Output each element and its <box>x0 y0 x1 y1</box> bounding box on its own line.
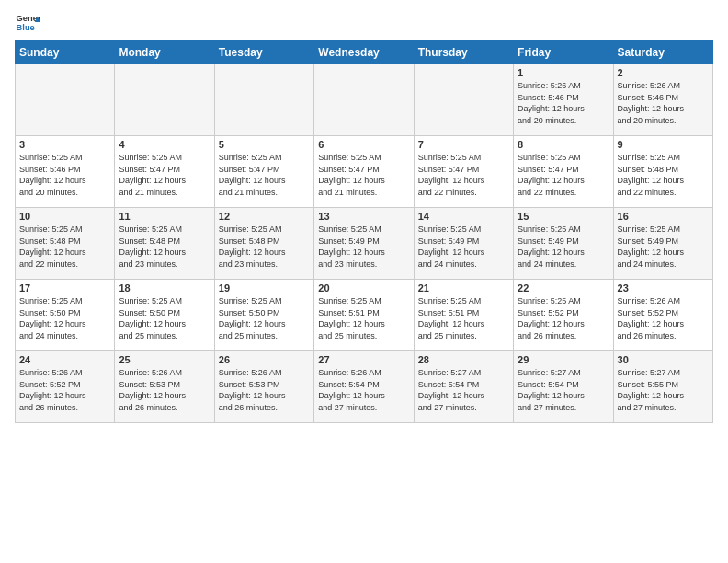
calendar-cell: 20Sunrise: 5:25 AM Sunset: 5:51 PM Dayli… <box>314 280 414 351</box>
calendar-cell <box>16 64 115 136</box>
calendar-cell: 21Sunrise: 5:25 AM Sunset: 5:51 PM Dayli… <box>414 280 513 351</box>
calendar-cell: 6Sunrise: 5:25 AM Sunset: 5:47 PM Daylig… <box>314 136 414 208</box>
day-info: Sunrise: 5:26 AM Sunset: 5:46 PM Dayligh… <box>618 80 709 126</box>
day-info: Sunrise: 5:25 AM Sunset: 5:48 PM Dayligh… <box>19 224 110 270</box>
day-info: Sunrise: 5:25 AM Sunset: 5:46 PM Dayligh… <box>19 152 110 198</box>
day-info: Sunrise: 5:25 AM Sunset: 5:51 PM Dayligh… <box>418 295 509 341</box>
day-number: 24 <box>19 354 110 365</box>
day-number: 28 <box>418 354 509 365</box>
day-info: Sunrise: 5:25 AM Sunset: 5:51 PM Dayligh… <box>318 295 409 341</box>
day-number: 10 <box>19 211 110 222</box>
calendar-cell: 12Sunrise: 5:25 AM Sunset: 5:48 PM Dayli… <box>214 208 313 280</box>
day-number: 18 <box>119 282 210 293</box>
day-number: 23 <box>618 282 709 293</box>
day-number: 14 <box>418 211 509 222</box>
calendar-cell: 8Sunrise: 5:25 AM Sunset: 5:47 PM Daylig… <box>514 136 613 208</box>
logo-icon: General Blue <box>15 9 40 35</box>
day-info: Sunrise: 5:26 AM Sunset: 5:53 PM Dayligh… <box>219 367 310 413</box>
day-info: Sunrise: 5:25 AM Sunset: 5:47 PM Dayligh… <box>119 152 210 198</box>
day-info: Sunrise: 5:26 AM Sunset: 5:46 PM Dayligh… <box>518 80 609 126</box>
calendar-table: SundayMondayTuesdayWednesdayThursdayFrid… <box>15 40 713 423</box>
calendar-header-thursday: Thursday <box>414 41 513 64</box>
day-number: 21 <box>418 282 509 293</box>
calendar-cell: 13Sunrise: 5:25 AM Sunset: 5:49 PM Dayli… <box>314 208 414 280</box>
day-info: Sunrise: 5:25 AM Sunset: 5:48 PM Dayligh… <box>119 224 210 270</box>
day-number: 15 <box>518 211 609 222</box>
day-number: 30 <box>618 354 709 365</box>
calendar-cell: 16Sunrise: 5:25 AM Sunset: 5:49 PM Dayli… <box>613 208 712 280</box>
calendar-cell: 18Sunrise: 5:25 AM Sunset: 5:50 PM Dayli… <box>115 280 214 351</box>
day-number: 11 <box>119 211 210 222</box>
day-number: 17 <box>19 282 110 293</box>
calendar-header-row: SundayMondayTuesdayWednesdayThursdayFrid… <box>16 41 713 64</box>
day-number: 1 <box>518 67 609 78</box>
calendar-cell: 4Sunrise: 5:25 AM Sunset: 5:47 PM Daylig… <box>115 136 214 208</box>
day-number: 3 <box>19 139 110 150</box>
calendar-cell: 10Sunrise: 5:25 AM Sunset: 5:48 PM Dayli… <box>16 208 115 280</box>
day-number: 29 <box>518 354 609 365</box>
calendar-header-wednesday: Wednesday <box>314 41 414 64</box>
day-info: Sunrise: 5:27 AM Sunset: 5:55 PM Dayligh… <box>618 367 709 413</box>
calendar-header-saturday: Saturday <box>613 41 712 64</box>
calendar-cell: 11Sunrise: 5:25 AM Sunset: 5:48 PM Dayli… <box>115 208 214 280</box>
calendar-cell: 27Sunrise: 5:26 AM Sunset: 5:54 PM Dayli… <box>314 351 414 423</box>
calendar-cell: 5Sunrise: 5:25 AM Sunset: 5:47 PM Daylig… <box>214 136 313 208</box>
calendar-week-2: 3Sunrise: 5:25 AM Sunset: 5:46 PM Daylig… <box>16 136 713 208</box>
day-info: Sunrise: 5:25 AM Sunset: 5:48 PM Dayligh… <box>618 152 709 198</box>
day-info: Sunrise: 5:25 AM Sunset: 5:47 PM Dayligh… <box>219 152 310 198</box>
day-info: Sunrise: 5:26 AM Sunset: 5:53 PM Dayligh… <box>119 367 210 413</box>
day-info: Sunrise: 5:25 AM Sunset: 5:48 PM Dayligh… <box>219 224 310 270</box>
calendar-week-4: 17Sunrise: 5:25 AM Sunset: 5:50 PM Dayli… <box>16 280 713 351</box>
calendar-cell: 24Sunrise: 5:26 AM Sunset: 5:52 PM Dayli… <box>16 351 115 423</box>
calendar-header-sunday: Sunday <box>16 41 115 64</box>
calendar-cell <box>414 64 513 136</box>
day-number: 25 <box>119 354 210 365</box>
calendar-week-1: 1Sunrise: 5:26 AM Sunset: 5:46 PM Daylig… <box>16 64 713 136</box>
day-number: 8 <box>518 139 609 150</box>
calendar-cell: 19Sunrise: 5:25 AM Sunset: 5:50 PM Dayli… <box>214 280 313 351</box>
calendar-week-5: 24Sunrise: 5:26 AM Sunset: 5:52 PM Dayli… <box>16 351 713 423</box>
day-info: Sunrise: 5:25 AM Sunset: 5:47 PM Dayligh… <box>518 152 609 198</box>
day-number: 7 <box>418 139 509 150</box>
day-info: Sunrise: 5:25 AM Sunset: 5:49 PM Dayligh… <box>418 224 509 270</box>
day-number: 19 <box>219 282 310 293</box>
day-number: 20 <box>318 282 409 293</box>
calendar-cell <box>314 64 414 136</box>
day-info: Sunrise: 5:26 AM Sunset: 5:54 PM Dayligh… <box>318 367 409 413</box>
day-info: Sunrise: 5:25 AM Sunset: 5:50 PM Dayligh… <box>119 295 210 341</box>
calendar-header-tuesday: Tuesday <box>214 41 313 64</box>
day-number: 4 <box>119 139 210 150</box>
calendar-cell: 29Sunrise: 5:27 AM Sunset: 5:54 PM Dayli… <box>514 351 613 423</box>
calendar-header-monday: Monday <box>115 41 214 64</box>
day-info: Sunrise: 5:25 AM Sunset: 5:49 PM Dayligh… <box>318 224 409 270</box>
day-number: 6 <box>318 139 409 150</box>
calendar-cell <box>214 64 313 136</box>
calendar-cell: 23Sunrise: 5:26 AM Sunset: 5:52 PM Dayli… <box>613 280 712 351</box>
day-number: 27 <box>318 354 409 365</box>
calendar-cell: 2Sunrise: 5:26 AM Sunset: 5:46 PM Daylig… <box>613 64 712 136</box>
calendar-cell: 17Sunrise: 5:25 AM Sunset: 5:50 PM Dayli… <box>16 280 115 351</box>
calendar-cell: 25Sunrise: 5:26 AM Sunset: 5:53 PM Dayli… <box>115 351 214 423</box>
day-number: 12 <box>219 211 310 222</box>
calendar-cell: 22Sunrise: 5:25 AM Sunset: 5:52 PM Dayli… <box>514 280 613 351</box>
day-info: Sunrise: 5:25 AM Sunset: 5:49 PM Dayligh… <box>518 224 609 270</box>
day-info: Sunrise: 5:25 AM Sunset: 5:47 PM Dayligh… <box>418 152 509 198</box>
calendar-cell: 9Sunrise: 5:25 AM Sunset: 5:48 PM Daylig… <box>613 136 712 208</box>
calendar-cell: 3Sunrise: 5:25 AM Sunset: 5:46 PM Daylig… <box>16 136 115 208</box>
day-number: 22 <box>518 282 609 293</box>
day-info: Sunrise: 5:25 AM Sunset: 5:47 PM Dayligh… <box>318 152 409 198</box>
calendar-cell: 14Sunrise: 5:25 AM Sunset: 5:49 PM Dayli… <box>414 208 513 280</box>
calendar-cell: 7Sunrise: 5:25 AM Sunset: 5:47 PM Daylig… <box>414 136 513 208</box>
calendar-page: General Blue SundayMondayTuesdayWednesda… <box>0 0 728 563</box>
day-info: Sunrise: 5:27 AM Sunset: 5:54 PM Dayligh… <box>418 367 509 413</box>
calendar-cell: 28Sunrise: 5:27 AM Sunset: 5:54 PM Dayli… <box>414 351 513 423</box>
day-number: 2 <box>618 67 709 78</box>
svg-text:Blue: Blue <box>17 23 35 32</box>
calendar-week-3: 10Sunrise: 5:25 AM Sunset: 5:48 PM Dayli… <box>16 208 713 280</box>
calendar-cell: 1Sunrise: 5:26 AM Sunset: 5:46 PM Daylig… <box>514 64 613 136</box>
day-info: Sunrise: 5:25 AM Sunset: 5:49 PM Dayligh… <box>618 224 709 270</box>
day-info: Sunrise: 5:25 AM Sunset: 5:52 PM Dayligh… <box>518 295 609 341</box>
day-number: 16 <box>618 211 709 222</box>
day-info: Sunrise: 5:27 AM Sunset: 5:54 PM Dayligh… <box>518 367 609 413</box>
day-info: Sunrise: 5:26 AM Sunset: 5:52 PM Dayligh… <box>19 367 110 413</box>
